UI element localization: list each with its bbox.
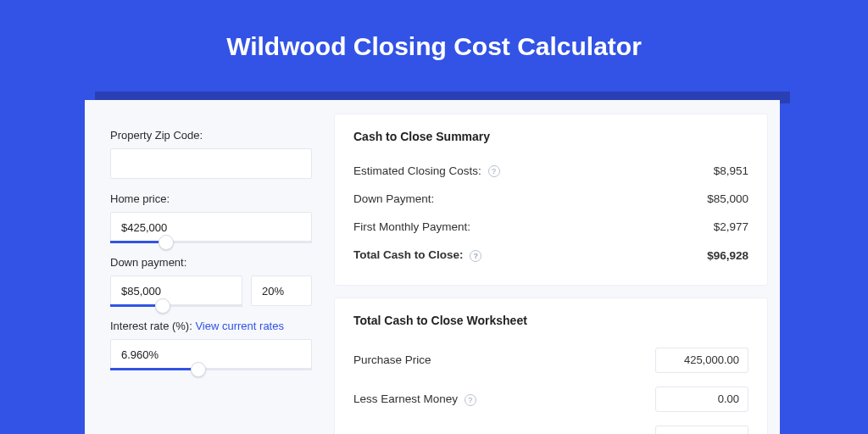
slider-thumb[interactable] [155, 298, 170, 314]
summary-row-value: $85,000 [707, 192, 748, 205]
help-icon[interactable]: ? [465, 394, 476, 406]
worksheet-heading: Total Cash to Close Worksheet [353, 314, 748, 327]
home-price-slider[interactable] [110, 212, 312, 242]
down-payment-input[interactable] [110, 275, 242, 306]
home-price-label: Home price: [110, 192, 312, 205]
slider-thumb[interactable] [159, 235, 174, 250]
worksheet-input[interactable] [655, 387, 748, 412]
help-icon[interactable]: ? [470, 250, 481, 262]
help-icon[interactable]: ? [488, 165, 500, 177]
down-payment-label: Down payment: [110, 256, 312, 269]
worksheet-row: Total Mortgage Loan Amount [353, 419, 748, 434]
worksheet-input[interactable] [655, 348, 748, 373]
summary-total-value: $96,928 [707, 249, 748, 262]
interest-rate-label: Interest rate (%): View current rates [110, 320, 312, 332]
interest-rate-input[interactable] [110, 339, 312, 370]
results-column: Cash to Close Summary Estimated Closing … [334, 114, 768, 434]
worksheet-card: Total Cash to Close Worksheet Purchase P… [334, 298, 768, 434]
worksheet-input[interactable] [655, 426, 748, 434]
summary-row-value: $8,951 [714, 164, 748, 177]
summary-card: Cash to Close Summary Estimated Closing … [334, 114, 768, 286]
summary-heading: Cash to Close Summary [353, 130, 748, 143]
summary-row: Down Payment: $85,000 [353, 185, 748, 213]
page-title: Wildwood Closing Cost Calculator [0, 0, 868, 80]
worksheet-row-label: Less Earnest Money [353, 392, 458, 405]
summary-row-label: Estimated Closing Costs: [353, 164, 481, 177]
summary-row: Estimated Closing Costs: ? $8,951 [353, 157, 748, 185]
down-payment-pct-input[interactable] [251, 275, 312, 306]
interest-rate-slider[interactable] [110, 339, 312, 370]
summary-total-row: Total Cash to Close: ? $96,928 [353, 241, 748, 269]
zip-field: Property Zip Code: [110, 129, 312, 179]
home-price-input[interactable] [110, 212, 312, 242]
summary-total-label: Total Cash to Close: [353, 248, 464, 261]
summary-row-value: $2,977 [714, 220, 748, 233]
summary-row-label: Down Payment: [353, 192, 434, 205]
home-price-field: Home price: [110, 192, 312, 242]
worksheet-row: Purchase Price [353, 341, 748, 380]
worksheet-row: Less Earnest Money ? [353, 380, 748, 419]
zip-label: Property Zip Code: [110, 129, 312, 142]
slider-thumb[interactable] [191, 362, 206, 377]
calculator-panel: Property Zip Code: Home price: Down paym… [85, 100, 780, 434]
down-payment-slider[interactable] [110, 275, 242, 306]
interest-rate-field: Interest rate (%): View current rates [110, 320, 312, 370]
summary-row: First Monthly Payment: $2,977 [353, 213, 748, 241]
view-rates-link[interactable]: View current rates [195, 320, 284, 332]
input-sidebar: Property Zip Code: Home price: Down paym… [97, 114, 319, 434]
worksheet-row-label: Purchase Price [353, 353, 431, 366]
zip-input[interactable] [110, 148, 312, 179]
summary-row-label: First Monthly Payment: [353, 220, 470, 233]
down-payment-field: Down payment: [110, 256, 312, 306]
